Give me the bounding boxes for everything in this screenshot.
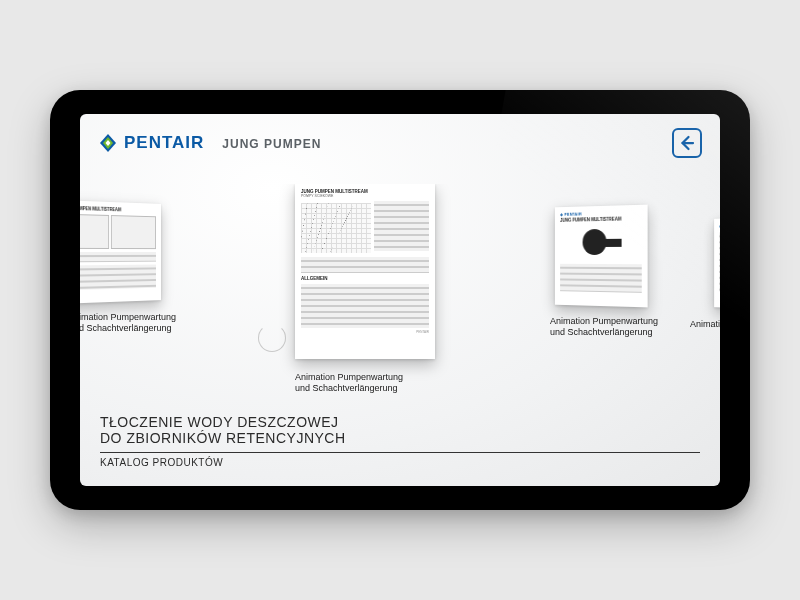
brand-name: PENTAIR [124, 133, 204, 153]
document-caption: Animation Pumpenwartung [690, 319, 720, 330]
document-card[interactable]: JUNG PUMPEN MULTISTREAM POMPY ŚCIEKOWE A… [295, 184, 435, 359]
document-carousel[interactable]: JUNG PUMPEN MULTISTREAM nimation Pumpenw… [80, 184, 720, 404]
document-caption: nimation Pumpenwartung nd Schachtverläng… [80, 312, 176, 335]
sub-brand: JUNG PUMPEN [222, 137, 321, 151]
screen: PENTAIR JUNG PUMPEN JUNG PUMPEN MULTISTR… [80, 114, 720, 486]
document-caption: Animation Pumpenwartung und Schachtverlä… [550, 316, 658, 339]
document-preview: JUNG PUMPEN MULTISTREAM [80, 200, 161, 304]
pentair-mark-icon [98, 133, 118, 153]
footer: Tłoczenie wody deszczowej do zbiorników … [100, 414, 700, 468]
document-preview: ◈ PENTAIR JUNG PUMPEN MULTISTREAM [555, 205, 648, 308]
back-button[interactable] [672, 128, 702, 158]
tablet-frame: PENTAIR JUNG PUMPEN JUNG PUMPEN MULTISTR… [50, 90, 750, 510]
arrow-left-icon [678, 134, 696, 152]
section-subtitle: Katalog produktów [100, 457, 700, 468]
section-title: Tłoczenie wody deszczowej do zbiorników … [100, 414, 700, 446]
document-card[interactable]: ◈ PENTAIR JUNG PUMPEN MULTISTREAM [555, 205, 648, 308]
brand-logo: PENTAIR [98, 133, 204, 153]
document-caption: Animation Pumpenwartung und Schachtverlä… [295, 372, 403, 395]
document-card[interactable]: ◈ [714, 217, 720, 309]
divider [100, 452, 700, 453]
header: PENTAIR JUNG PUMPEN [80, 114, 720, 166]
document-preview: JUNG PUMPEN MULTISTREAM POMPY ŚCIEKOWE A… [295, 184, 435, 359]
document-card[interactable]: JUNG PUMPEN MULTISTREAM [80, 200, 161, 304]
document-preview: ◈ [714, 217, 720, 309]
loading-spinner-icon [258, 324, 286, 352]
